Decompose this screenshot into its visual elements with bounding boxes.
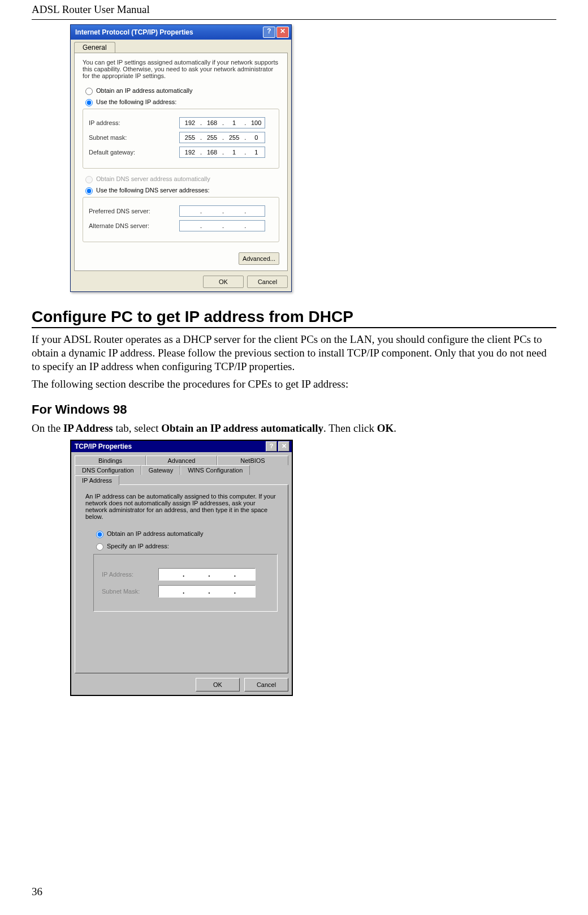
- label-default-gateway: Default gateway:: [89, 149, 179, 156]
- adns-oct-2[interactable]: [202, 222, 222, 230]
- tab-advanced[interactable]: Advanced: [146, 456, 217, 465]
- page-number: 36: [32, 886, 42, 898]
- close-icon[interactable]: ✕: [276, 27, 289, 38]
- ok-button[interactable]: OK: [203, 276, 244, 288]
- advanced-button[interactable]: Advanced...: [239, 252, 279, 265]
- ip-oct-2[interactable]: [202, 119, 222, 127]
- section-heading: Configure PC to get IP address from DHCP: [32, 308, 556, 328]
- label-preferred-dns: Preferred DNS server:: [89, 208, 179, 214]
- mask-oct-4[interactable]: [246, 134, 266, 141]
- preferred-dns-input[interactable]: . . .: [179, 205, 265, 217]
- w98-window-title: TCP/IP Properties: [75, 443, 265, 450]
- xp-titlebar: Internet Protocol (TCP/IP) Properties ? …: [71, 25, 291, 40]
- mask-oct-2[interactable]: [202, 134, 222, 141]
- label-subnet-mask: Subnet Mask:: [102, 588, 158, 595]
- intro-text-2: tab, select: [113, 422, 161, 434]
- xp-dns-group: Preferred DNS server: . . . Alternate DN…: [83, 197, 279, 242]
- xp-tcpip-dialog: Internet Protocol (TCP/IP) Properties ? …: [70, 24, 292, 292]
- section-paragraph-1: If your ADSL Router operates as a DHCP s…: [32, 333, 556, 373]
- label-ip-address: IP Address:: [102, 571, 158, 578]
- mask-oct-3[interactable]: [224, 134, 244, 141]
- radio-use-following-dns[interactable]: [85, 187, 93, 195]
- xp-ip-group: IP address: . . . Subnet mask: .: [83, 109, 279, 169]
- w98-tab-row-2: DNS Configuration Gateway WINS Configura…: [75, 465, 288, 484]
- radio-obtain-ip-auto[interactable]: [96, 531, 103, 538]
- ok-button[interactable]: OK: [196, 678, 240, 691]
- radio-use-following-ip[interactable]: [85, 99, 93, 106]
- help-icon[interactable]: ?: [263, 27, 275, 38]
- radio-use-following-dns-label: Use the following DNS server addresses:: [96, 187, 210, 194]
- ip-address-input[interactable]: . . .: [179, 117, 265, 128]
- radio-obtain-dns-auto-label: Obtain DNS server address automatically: [96, 175, 210, 182]
- tab-ip-address[interactable]: IP Address: [75, 475, 119, 485]
- pdns-oct-3[interactable]: [224, 207, 244, 215]
- tab-dns-configuration[interactable]: DNS Configuration: [75, 465, 141, 475]
- pdns-oct-2[interactable]: [202, 207, 222, 215]
- gw-oct-1[interactable]: [180, 148, 200, 156]
- intro-text-4: .: [394, 422, 396, 434]
- mask-oct-1[interactable]: [180, 134, 200, 141]
- w98-mask-oct-4: [236, 587, 260, 595]
- label-subnet-mask: Subnet mask:: [89, 134, 179, 141]
- w98-ip-oct-4: [236, 570, 260, 578]
- tab-bindings[interactable]: Bindings: [75, 456, 146, 465]
- alternate-dns-input[interactable]: . . .: [179, 220, 265, 231]
- pdns-oct-1[interactable]: [180, 207, 200, 215]
- radio-use-following-ip-label: Use the following IP address:: [96, 98, 176, 105]
- subnet-mask-input[interactable]: . . .: [179, 132, 265, 143]
- ip-oct-4[interactable]: [246, 119, 266, 127]
- ip-oct-1[interactable]: [180, 119, 200, 127]
- ip-oct-3[interactable]: [224, 119, 244, 127]
- subsection-heading: For Windows 98: [32, 402, 556, 417]
- intro-bold-obtain: Obtain an IP address automatically: [161, 422, 323, 434]
- help-icon[interactable]: ?: [266, 441, 277, 452]
- subnet-mask-input: . . .: [158, 585, 256, 598]
- w98-mask-oct-2: [184, 587, 208, 595]
- section-paragraph-2: The following section describe the proce…: [32, 377, 556, 391]
- adns-oct-1[interactable]: [180, 222, 200, 230]
- adns-oct-3[interactable]: [224, 222, 244, 230]
- xp-window-title: Internet Protocol (TCP/IP) Properties: [75, 28, 262, 36]
- gw-oct-3[interactable]: [224, 148, 244, 156]
- xp-description-text: You can get IP settings assigned automat…: [83, 59, 279, 79]
- intro-bold-ok: OK: [377, 422, 394, 434]
- close-icon[interactable]: ✕: [278, 441, 289, 452]
- label-alternate-dns: Alternate DNS server:: [89, 222, 179, 229]
- w98-ip-group: IP Address: . . . Subnet Mask: .: [93, 554, 278, 612]
- tab-general[interactable]: General: [74, 42, 115, 53]
- subsection-intro: On the IP Address tab, select Obtain an …: [32, 422, 556, 435]
- w98-description-text: An IP address can be automatically assig…: [85, 493, 278, 520]
- w98-ip-oct-1: [159, 570, 183, 578]
- w98-tcpip-dialog: TCP/IP Properties ? ✕ Bindings Advanced …: [70, 440, 293, 696]
- running-header: ADSL Router User Manual: [32, 0, 556, 20]
- w98-mask-oct-3: [210, 587, 234, 595]
- default-gateway-input[interactable]: . . .: [179, 147, 265, 158]
- gw-oct-4[interactable]: [246, 148, 266, 156]
- radio-specify-ip-label: Specify an IP address:: [107, 543, 169, 549]
- radio-obtain-ip-auto-label: Obtain an IP address automatically: [96, 87, 192, 94]
- intro-bold-ipaddress: IP Address: [63, 422, 113, 434]
- adns-oct-4[interactable]: [246, 222, 266, 230]
- radio-obtain-ip-auto-label: Obtain an IP address automatically: [107, 530, 203, 537]
- w98-ip-oct-2: [184, 570, 208, 578]
- w98-ip-oct-3: [210, 570, 234, 578]
- tab-netbios[interactable]: NetBIOS: [217, 456, 288, 465]
- radio-specify-ip[interactable]: [96, 543, 103, 551]
- label-ip-address: IP address:: [89, 119, 179, 126]
- intro-text: On the: [32, 422, 63, 434]
- cancel-button[interactable]: Cancel: [244, 678, 288, 691]
- w98-mask-oct-1: [159, 587, 183, 595]
- w98-tab-row-1: Bindings Advanced NetBIOS: [75, 456, 288, 465]
- ip-address-input: . . .: [158, 568, 256, 581]
- w98-titlebar: TCP/IP Properties ? ✕: [71, 441, 292, 452]
- tab-wins-configuration[interactable]: WINS Configuration: [180, 465, 250, 475]
- intro-text-3: . Then click: [323, 422, 377, 434]
- radio-obtain-ip-auto[interactable]: [85, 88, 93, 95]
- radio-obtain-dns-auto: [85, 176, 93, 183]
- tab-gateway[interactable]: Gateway: [141, 465, 180, 475]
- pdns-oct-4[interactable]: [246, 207, 266, 215]
- gw-oct-2[interactable]: [202, 148, 222, 156]
- cancel-button[interactable]: Cancel: [247, 276, 288, 288]
